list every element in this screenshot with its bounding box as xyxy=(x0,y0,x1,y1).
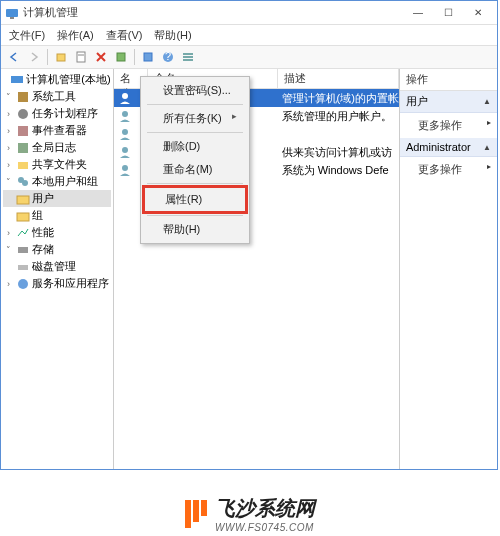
tree-services[interactable]: ›服务和应用程序 xyxy=(3,275,111,292)
svg-point-19 xyxy=(22,180,28,186)
menu-help[interactable]: 帮助(H) xyxy=(150,27,195,44)
watermark-logo xyxy=(185,500,207,528)
refresh-button[interactable] xyxy=(139,48,157,66)
tree-pane[interactable]: 计算机管理(本地) ˅系统工具 ›任务计划程序 ›事件查看器 ›全局日志 ›共享… xyxy=(1,69,114,469)
event-icon xyxy=(16,124,30,138)
close-button[interactable]: ✕ xyxy=(463,3,493,23)
maximize-button[interactable]: ☐ xyxy=(433,3,463,23)
props-button[interactable] xyxy=(72,48,90,66)
user-icon xyxy=(118,91,132,105)
tree-storage[interactable]: ˅存储 xyxy=(3,241,111,258)
svg-rect-17 xyxy=(18,162,28,169)
svg-rect-23 xyxy=(18,265,28,270)
task-icon xyxy=(16,107,30,121)
svg-rect-22 xyxy=(18,247,28,253)
separator xyxy=(147,132,243,133)
svg-rect-21 xyxy=(17,213,29,221)
tree-global[interactable]: ›全局日志 xyxy=(3,139,111,156)
separator xyxy=(147,104,243,105)
folder-icon xyxy=(16,192,30,206)
context-menu: 设置密码(S)... 所有任务(K) 删除(D) 重命名(M) 属性(R) 帮助… xyxy=(140,76,250,244)
watermark-text: 飞沙系统网 WWW.FS0745.COM xyxy=(215,495,315,533)
actions-grp-users[interactable]: 用户▲ xyxy=(400,91,497,113)
menu-action[interactable]: 操作(A) xyxy=(53,27,98,44)
tree-perf[interactable]: ›性能 xyxy=(3,224,111,241)
svg-point-29 xyxy=(122,165,128,171)
menu-file[interactable]: 文件(F) xyxy=(5,27,49,44)
user-icon xyxy=(118,127,132,141)
storage-icon xyxy=(16,243,30,257)
ctx-help[interactable]: 帮助(H) xyxy=(143,218,247,241)
ctx-set-password[interactable]: 设置密码(S)... xyxy=(143,79,247,102)
tree-groups[interactable]: 组 xyxy=(3,207,111,224)
svg-rect-16 xyxy=(18,143,28,153)
actions-grp-admin[interactable]: Administrator▲ xyxy=(400,138,497,157)
up-button[interactable] xyxy=(52,48,70,66)
svg-rect-11 xyxy=(183,59,193,61)
tree-users[interactable]: 用户 xyxy=(3,190,111,207)
svg-point-26 xyxy=(122,111,128,117)
svg-rect-2 xyxy=(57,54,65,61)
delete-button[interactable] xyxy=(92,48,110,66)
folder-icon xyxy=(16,209,30,223)
watermark: 飞沙系统网 WWW.FS0745.COM xyxy=(0,492,500,536)
separator xyxy=(47,49,48,65)
menu-view[interactable]: 查看(V) xyxy=(102,27,147,44)
share-icon xyxy=(16,158,30,172)
computer-icon xyxy=(10,73,24,87)
svg-text:?: ? xyxy=(165,51,171,62)
svg-rect-13 xyxy=(18,92,28,102)
user-icon xyxy=(118,145,132,159)
ctx-delete[interactable]: 删除(D) xyxy=(143,135,247,158)
tree-localug[interactable]: ˅本地用户和组 xyxy=(3,173,111,190)
tree-systools[interactable]: ˅系统工具 xyxy=(3,88,111,105)
user-icon xyxy=(118,109,132,123)
highlight-box: 属性(R) xyxy=(142,185,248,214)
minimize-button[interactable]: — xyxy=(403,3,433,23)
app-icon xyxy=(5,6,19,20)
window-title: 计算机管理 xyxy=(23,5,403,20)
tree-event[interactable]: ›事件查看器 xyxy=(3,122,111,139)
col-desc[interactable]: 描述 xyxy=(278,69,399,88)
perf-icon xyxy=(16,226,30,240)
actions-more-2[interactable]: 更多操作 ▸ xyxy=(400,157,497,182)
svg-rect-3 xyxy=(77,52,85,62)
svg-rect-10 xyxy=(183,56,193,58)
svg-rect-5 xyxy=(117,53,125,61)
export-button[interactable] xyxy=(112,48,130,66)
ctx-rename[interactable]: 重命名(M) xyxy=(143,158,247,181)
ctx-all-tasks[interactable]: 所有任务(K) xyxy=(143,107,247,130)
separator xyxy=(134,49,135,65)
tree-disk[interactable]: 磁盘管理 xyxy=(3,258,111,275)
forward-button[interactable] xyxy=(25,48,43,66)
toolbar: ? xyxy=(1,45,497,69)
tree-share[interactable]: ›共享文件夹 xyxy=(3,156,111,173)
titlebar: 计算机管理 — ☐ ✕ xyxy=(1,1,497,25)
separator xyxy=(147,215,243,216)
svg-rect-0 xyxy=(6,9,18,17)
svg-rect-15 xyxy=(18,126,28,136)
svg-point-25 xyxy=(122,93,128,99)
svg-rect-20 xyxy=(17,196,29,204)
svg-rect-12 xyxy=(11,76,23,83)
chevron-right-icon: ▸ xyxy=(487,118,491,127)
svg-point-28 xyxy=(122,147,128,153)
svg-rect-6 xyxy=(144,53,152,61)
list-button[interactable] xyxy=(179,48,197,66)
help-button[interactable]: ? xyxy=(159,48,177,66)
svg-point-24 xyxy=(18,279,28,289)
services-icon xyxy=(16,277,30,291)
actions-more-1[interactable]: 更多操作 ▸ xyxy=(400,113,497,138)
tools-icon xyxy=(16,90,30,104)
collapse-icon: ▲ xyxy=(483,143,491,152)
svg-rect-1 xyxy=(10,17,14,19)
tree-root[interactable]: 计算机管理(本地) xyxy=(3,71,111,88)
collapse-icon: ▲ xyxy=(483,97,491,106)
actions-header: 操作 xyxy=(400,69,497,91)
user-icon xyxy=(118,163,132,177)
chevron-right-icon: ▸ xyxy=(487,162,491,171)
back-button[interactable] xyxy=(5,48,23,66)
ctx-properties[interactable]: 属性(R) xyxy=(145,188,245,211)
tree-task[interactable]: ›任务计划程序 xyxy=(3,105,111,122)
window-controls: — ☐ ✕ xyxy=(403,3,493,23)
